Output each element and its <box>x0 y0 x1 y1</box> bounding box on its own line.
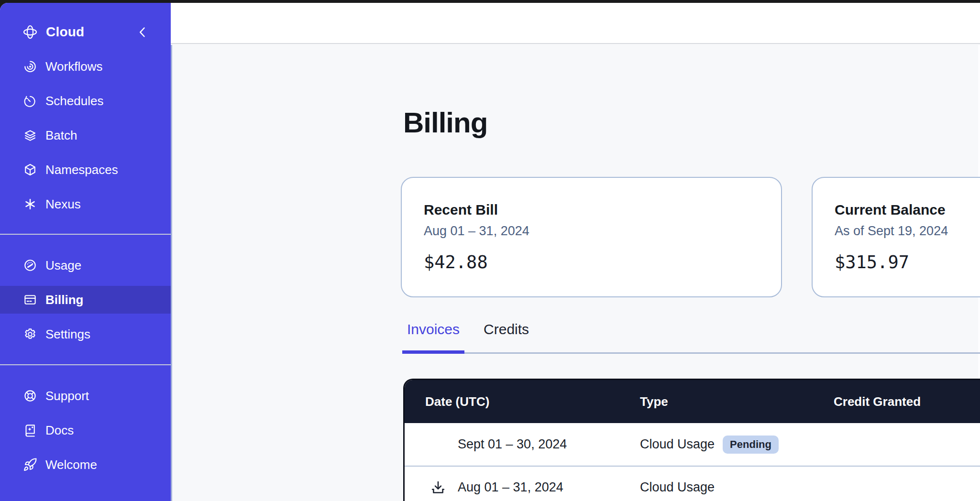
column-header-type: Type <box>640 394 834 409</box>
sidebar-group-help: Support Docs <box>0 382 171 479</box>
sidebar-divider <box>0 364 171 365</box>
card-amount: $42.88 <box>424 252 759 272</box>
card-title: Recent Bill <box>424 202 759 218</box>
sidebar-item-schedules[interactable]: Schedules <box>0 87 171 115</box>
sidebar-item-label: Support <box>45 389 89 403</box>
sidebar-item-workflows[interactable]: Workflows <box>0 53 171 80</box>
sidebar-item-namespaces[interactable]: Namespaces <box>0 156 171 184</box>
tab-invoices[interactable]: Invoices <box>402 321 464 354</box>
usage-icon <box>23 258 37 272</box>
sidebar-item-usage[interactable]: Usage <box>0 251 171 279</box>
download-icon-slot <box>430 479 449 496</box>
sidebar-group-account: Usage Billing <box>0 251 171 348</box>
brand-label: Cloud <box>46 24 84 40</box>
main-content: Billing Recent Bill Aug 01 – 31, 2024 $4… <box>171 3 980 501</box>
chevron-left-icon <box>135 25 150 39</box>
app-window: Cloud Workflows <box>0 3 980 501</box>
docs-icon <box>23 423 37 437</box>
sidebar-item-label: Schedules <box>45 94 103 109</box>
current-balance-card: Current Balance As of Sept 19, 2024 $315… <box>812 177 980 297</box>
table-row: Aug 01 – 31, 2024 Cloud Usage <box>405 466 980 501</box>
top-bar <box>171 3 980 44</box>
sidebar-item-docs[interactable]: Docs <box>0 416 171 444</box>
sidebar-item-support[interactable]: Support <box>0 382 171 410</box>
sidebar-item-welcome[interactable]: Welcome <box>0 451 171 479</box>
billing-icon <box>23 293 37 307</box>
date-cell: Aug 01 – 31, 2024 <box>430 479 640 496</box>
brand-header: Cloud <box>0 19 171 45</box>
date-cell: Sept 01 – 30, 2024 <box>430 437 640 452</box>
page-title: Billing <box>403 106 487 139</box>
column-header-date: Date (UTC) <box>425 394 640 409</box>
sidebar-item-label: Workflows <box>45 59 102 74</box>
sidebar-item-label: Docs <box>45 423 74 438</box>
billing-tabs: Invoices Credits <box>402 321 534 354</box>
namespaces-icon <box>23 163 37 177</box>
temporal-logo-icon <box>22 24 38 40</box>
sidebar-item-label: Settings <box>45 327 90 342</box>
nexus-icon <box>23 197 37 211</box>
sidebar-item-label: Nexus <box>45 197 81 212</box>
settings-icon <box>23 327 37 341</box>
invoice-type: Cloud Usage <box>640 437 715 452</box>
invoice-date: Aug 01 – 31, 2024 <box>458 480 563 495</box>
column-header-credit-granted: Credit Granted <box>834 394 980 409</box>
schedules-icon <box>23 94 37 108</box>
billing-summary-cards: Recent Bill Aug 01 – 31, 2024 $42.88 Cur… <box>401 177 980 297</box>
invoice-date: Sept 01 – 30, 2024 <box>458 437 567 452</box>
table-row: Sept 01 – 30, 2024 Cloud Usage Pending <box>405 423 980 466</box>
card-title: Current Balance <box>835 202 980 218</box>
sidebar-group-namespace: Workflows Schedules <box>0 53 171 218</box>
invoice-type: Cloud Usage <box>640 480 715 495</box>
type-cell: Cloud Usage <box>640 480 834 495</box>
content-left-divider <box>171 45 172 501</box>
sidebar-item-label: Batch <box>45 128 77 143</box>
welcome-rocket-icon <box>23 457 37 472</box>
sidebar-item-label: Billing <box>45 293 83 307</box>
support-icon <box>23 389 37 403</box>
download-invoice-icon[interactable] <box>430 479 446 496</box>
type-cell: Cloud Usage Pending <box>640 436 834 454</box>
card-period: Aug 01 – 31, 2024 <box>424 224 759 239</box>
card-period: As of Sept 19, 2024 <box>835 224 980 239</box>
sidebar-item-batch[interactable]: Batch <box>0 121 171 149</box>
sidebar-item-billing[interactable]: Billing <box>0 286 171 314</box>
status-badge: Pending <box>723 436 779 454</box>
sidebar-item-nexus[interactable]: Nexus <box>0 190 171 218</box>
tab-credits[interactable]: Credits <box>479 321 534 354</box>
sidebar-item-settings[interactable]: Settings <box>0 320 171 348</box>
invoices-table: Date (UTC) Type Credit Granted Sept 01 –… <box>403 379 980 501</box>
sidebar-item-label: Namespaces <box>45 163 118 177</box>
sidebar-item-label: Usage <box>45 258 81 273</box>
sidebar: Cloud Workflows <box>0 3 171 501</box>
recent-bill-card: Recent Bill Aug 01 – 31, 2024 $42.88 <box>401 177 782 297</box>
card-amount: $315.97 <box>835 252 980 272</box>
workflows-icon <box>23 59 37 74</box>
table-header-row: Date (UTC) Type Credit Granted <box>405 380 980 423</box>
batch-icon <box>23 128 37 142</box>
sidebar-divider <box>0 234 171 235</box>
sidebar-item-label: Welcome <box>45 457 97 472</box>
sidebar-collapse-button[interactable] <box>135 25 150 39</box>
